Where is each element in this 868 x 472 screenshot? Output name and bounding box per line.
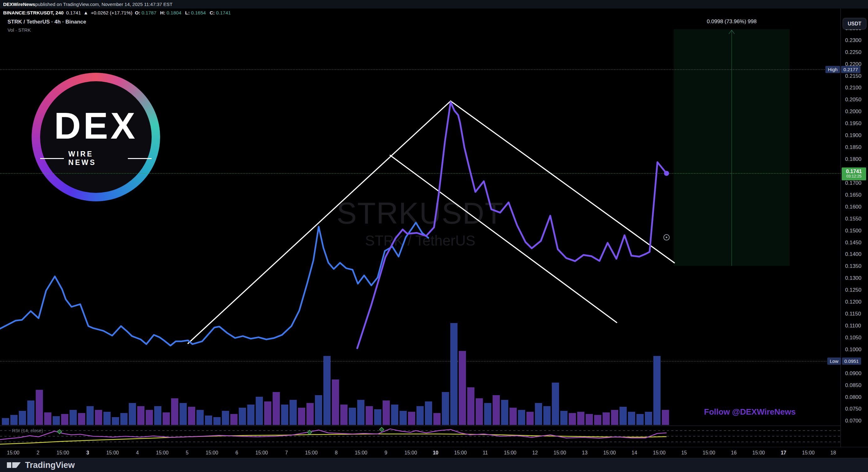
trend-line[interactable] — [390, 155, 617, 322]
volume-bar — [332, 380, 339, 425]
last-price-value: 0.1741 — [66, 10, 81, 16]
volume-bar — [289, 400, 297, 425]
price-tick: 0.1600 — [845, 204, 861, 210]
time-tick[interactable]: 12 — [532, 450, 538, 456]
time-tick[interactable]: 9 — [384, 450, 387, 456]
volume-bar — [594, 415, 601, 425]
trend-line[interactable] — [188, 101, 451, 344]
tradingview-wordmark[interactable]: TradingView — [25, 461, 75, 470]
volume-bar — [535, 403, 542, 425]
price-recent-line — [357, 102, 666, 348]
rsi-indicator-label[interactable]: RSI (14, close) — [12, 428, 43, 433]
volume-bar — [87, 406, 94, 425]
time-tick[interactable]: 15:00 — [206, 450, 218, 456]
low-badge-label: Low — [827, 357, 841, 365]
symbol-info-row[interactable]: BINANCE:STRKUSDT, 240 0.1741 ▲ +0.0262 (… — [3, 10, 235, 16]
time-tick[interactable]: 15:00 — [305, 450, 318, 456]
time-tick[interactable]: 10 — [433, 450, 438, 456]
volume-bar — [256, 397, 263, 425]
volume-bar — [180, 403, 187, 425]
volume-bar — [78, 413, 85, 425]
volume-bar — [27, 401, 34, 425]
time-tick[interactable]: 13 — [582, 450, 588, 456]
volume-bar — [239, 408, 246, 425]
price-tick: 0.1950 — [845, 120, 861, 127]
volume-bar — [526, 412, 534, 425]
time-tick[interactable]: 18 — [830, 450, 836, 456]
time-tick[interactable]: 3 — [86, 450, 89, 456]
volume-bar — [425, 402, 432, 425]
time-tick[interactable]: 2 — [37, 450, 39, 456]
time-tick[interactable]: 15:00 — [802, 450, 815, 456]
price-tick: 0.2100 — [845, 85, 861, 91]
time-tick[interactable]: 15:00 — [255, 450, 268, 456]
volume-bar — [450, 323, 458, 425]
chart-legend[interactable]: STRK / TetherUS · 4h · Binance Vol · STR… — [7, 19, 86, 33]
high-label: H: — [160, 10, 165, 16]
volume-bar — [323, 356, 331, 425]
time-tick[interactable]: 15:00 — [106, 450, 119, 456]
volume-bar — [103, 412, 111, 425]
author-name[interactable]: DEXWireNews — [3, 2, 35, 7]
currency-toggle-button[interactable]: USDT — [843, 18, 866, 29]
tradingview-logo-icon[interactable] — [7, 461, 21, 470]
low-value: 0.1654 — [191, 10, 206, 16]
time-tick[interactable]: 15:00 — [355, 450, 367, 456]
volume-bar — [222, 411, 229, 425]
measure-tool-label: 0.0998 (73.96%) 998 — [707, 19, 757, 25]
time-tick[interactable]: 15:00 — [405, 450, 417, 456]
time-tick[interactable]: 14 — [632, 450, 638, 456]
up-arrow-icon: ▲ — [83, 10, 88, 16]
open-value: 0.1787 — [142, 10, 156, 16]
time-tick[interactable]: 15:00 — [7, 450, 20, 456]
published-text: published on TradingView.com, November 1… — [35, 2, 172, 7]
low-label: L: — [185, 10, 190, 16]
low-price-badge: Low 0.0951 — [827, 357, 861, 365]
time-tick[interactable]: 16 — [731, 450, 737, 456]
time-tick[interactable]: 15:00 — [57, 450, 69, 456]
price-tick: 0.0850 — [845, 382, 861, 389]
symbol-name[interactable]: BINANCE:STRKUSDT, 240 — [3, 10, 64, 16]
last-price-text: 0.1741 — [842, 169, 866, 174]
time-tick[interactable]: 15 — [681, 450, 687, 456]
price-tick: 0.1500 — [845, 228, 861, 234]
time-tick[interactable]: 5 — [186, 450, 189, 456]
price-tick: 0.1200 — [845, 299, 861, 305]
volume-bar — [433, 413, 441, 425]
volume-bar — [307, 403, 314, 425]
price-tick: 0.1400 — [845, 251, 861, 258]
volume-bar — [247, 405, 254, 425]
time-tick[interactable]: 15:00 — [554, 450, 566, 456]
time-tick[interactable]: 15:00 — [504, 450, 517, 456]
volume-bar — [53, 416, 60, 425]
price-tick: 0.2050 — [845, 97, 861, 103]
volume-bar — [19, 411, 26, 425]
price-tick: 0.1550 — [845, 216, 861, 222]
price-tick: 0.1150 — [845, 311, 861, 317]
price-tick: 0.1850 — [845, 144, 861, 151]
time-tick[interactable]: 6 — [235, 450, 238, 456]
volume-bar — [281, 405, 288, 425]
tradingview-published-chart: DEXWireNews published on TradingView.com… — [0, 0, 868, 472]
time-tick[interactable]: 17 — [781, 450, 786, 456]
chart-canvas[interactable] — [0, 0, 840, 458]
time-tick[interactable]: 15:00 — [703, 450, 715, 456]
time-axis[interactable]: 15:00215:00315:00415:00515:00615:00715:0… — [0, 447, 868, 458]
volume-study-label[interactable]: Vol · STRK — [7, 27, 86, 33]
time-tick[interactable]: 8 — [335, 450, 338, 456]
time-tick[interactable]: 15:00 — [156, 450, 168, 456]
price-tick: 0.1450 — [845, 240, 861, 246]
price-tick: 0.1000 — [845, 347, 861, 353]
time-tick[interactable]: 7 — [285, 450, 288, 456]
time-tick[interactable]: 15:00 — [454, 450, 467, 456]
volume-bar — [493, 395, 500, 425]
volume-bar — [637, 414, 644, 425]
chart-title[interactable]: STRK / TetherUS · 4h · Binance — [7, 19, 86, 25]
time-tick[interactable]: 15:00 — [603, 450, 616, 456]
time-tick[interactable]: 15:00 — [653, 450, 665, 456]
time-tick[interactable]: 11 — [483, 450, 488, 456]
time-tick[interactable]: 4 — [136, 450, 139, 456]
drawing-anchor-dot — [666, 236, 668, 238]
price-tick: 0.2300 — [845, 37, 861, 43]
time-tick[interactable]: 15:00 — [752, 450, 765, 456]
